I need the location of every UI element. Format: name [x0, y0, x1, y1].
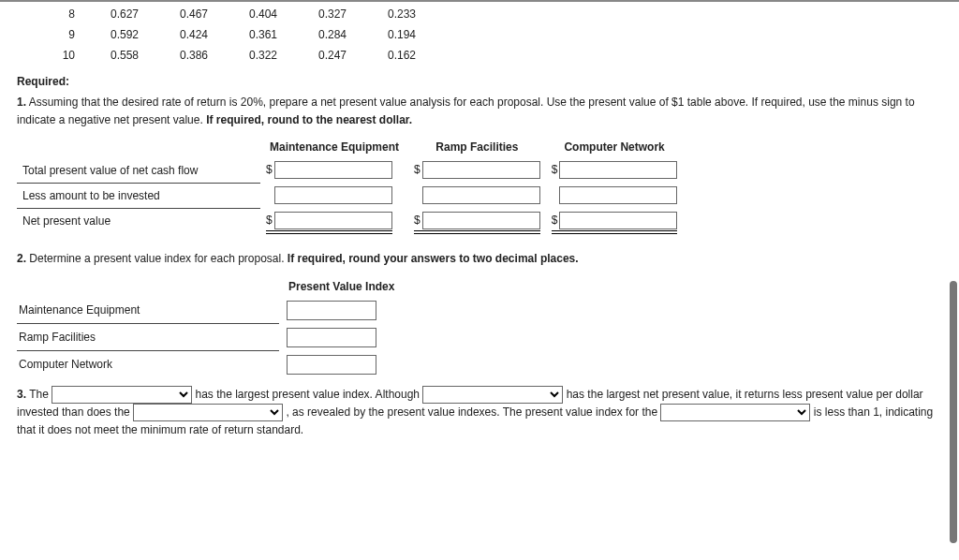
npv-row-label: Net present value	[17, 208, 260, 233]
npv-input-net-maintenance[interactable]	[274, 212, 392, 229]
dollar-sign: $	[266, 214, 273, 227]
pvi-row: Computer Network	[17, 351, 404, 378]
npv-row-label: Total present value of net cash flow	[17, 157, 260, 183]
q1-bold: If required, round to the nearest dollar…	[206, 113, 412, 126]
pv-of-one-dollar-table: 8 0.627 0.467 0.404 0.327 0.233 9 0.592 …	[17, 4, 436, 66]
q3-select-2[interactable]	[422, 386, 563, 404]
q1-body: Assuming that the desired rate of return…	[17, 96, 915, 126]
pv-cell: 0.322	[229, 45, 298, 66]
q3-select-1[interactable]	[52, 386, 192, 404]
table-row: 10 0.558 0.386 0.322 0.247 0.162	[17, 45, 436, 66]
pvi-input-maintenance[interactable]	[287, 301, 376, 320]
q3-select-3[interactable]	[133, 404, 283, 421]
table-row: 9 0.592 0.424 0.361 0.284 0.194	[17, 24, 436, 45]
pv-cell: 0.558	[90, 45, 159, 66]
pvi-row: Maintenance Equipment	[17, 297, 404, 324]
npv-input-less-ramp[interactable]	[422, 186, 540, 204]
pvi-col-header: Present Value Index	[279, 276, 404, 297]
npv-input-total-computer[interactable]	[559, 161, 677, 179]
npv-row-total-pv: Total present value of net cash flow $ $…	[17, 157, 683, 183]
dollar-sign: $	[552, 214, 558, 227]
vertical-scrollbar[interactable]	[950, 6, 957, 554]
pvi-row: Ramp Facilities	[17, 324, 404, 351]
npv-input-net-computer[interactable]	[559, 212, 677, 229]
q3-number: 3.	[17, 388, 26, 401]
pv-cell: 0.162	[367, 45, 436, 66]
pv-cell: 0.467	[159, 4, 229, 24]
content-frame: 8 0.627 0.467 0.404 0.327 0.233 9 0.592 …	[0, 0, 959, 558]
npv-header-row: Maintenance Equipment Ramp Facilities Co…	[17, 137, 683, 157]
pv-cell: 0.284	[298, 24, 367, 45]
pvi-row-label: Ramp Facilities	[17, 324, 279, 351]
q2-body: Determine a present value index for each…	[26, 252, 288, 265]
pv-cell: 0.386	[159, 45, 229, 66]
npv-row-label: Less amount to be invested	[17, 183, 260, 208]
npv-input-total-ramp[interactable]	[422, 161, 540, 179]
pv-cell: 0.627	[90, 4, 159, 24]
pv-cell: 0.194	[367, 24, 436, 45]
pvi-input-computer[interactable]	[287, 355, 376, 375]
npv-input-net-ramp[interactable]	[422, 212, 540, 229]
pv-cell: 0.424	[159, 24, 229, 45]
dollar-sign: $	[414, 214, 420, 227]
npv-analysis-area: Maintenance Equipment Ramp Facilities Co…	[17, 137, 942, 233]
pv-n: 9	[17, 24, 90, 45]
q2-bold: If required, round your answers to two d…	[288, 252, 579, 265]
pv-cell: 0.361	[229, 24, 298, 45]
q3-frag: has the largest present value index. Alt…	[196, 388, 423, 401]
npv-row-net: Net present value $ $ $	[17, 208, 683, 233]
pv-cell: 0.327	[298, 4, 367, 24]
dollar-sign: $	[414, 163, 420, 176]
q2-number: 2.	[17, 252, 26, 265]
pv-n: 10	[17, 45, 90, 66]
scrollbar-thumb[interactable]	[950, 281, 957, 543]
npv-row-less-invested: Less amount to be invested $ $ $	[17, 183, 683, 208]
pv-cell: 0.592	[90, 24, 159, 45]
pvi-row-label: Computer Network	[17, 351, 279, 378]
npv-col-header-maintenance: Maintenance Equipment	[260, 137, 408, 157]
npv-input-less-maintenance[interactable]	[274, 186, 392, 204]
q1-number: 1.	[17, 96, 26, 109]
pvi-input-ramp[interactable]	[287, 328, 376, 347]
question-3-text: 3. The has the largest present value ind…	[17, 386, 942, 440]
npv-input-less-computer[interactable]	[559, 186, 677, 204]
npv-col-header-ramp: Ramp Facilities	[408, 137, 546, 157]
question-1-text: 1. Assuming that the desired rate of ret…	[17, 94, 942, 129]
dollar-sign: $	[266, 163, 273, 176]
required-heading: Required:	[17, 75, 942, 88]
dollar-sign: $	[552, 163, 558, 176]
pvi-header-row: Present Value Index	[17, 276, 404, 297]
npv-table: Maintenance Equipment Ramp Facilities Co…	[17, 137, 683, 233]
table-row: 8 0.627 0.467 0.404 0.327 0.233	[17, 4, 436, 24]
question-2-text: 2. Determine a present value index for e…	[17, 250, 942, 268]
npv-input-total-maintenance[interactable]	[274, 161, 392, 179]
pv-cell: 0.233	[367, 4, 436, 24]
npv-col-header-computer: Computer Network	[546, 137, 684, 157]
pvi-table: Present Value Index Maintenance Equipmen…	[17, 276, 404, 378]
pv-n: 8	[17, 4, 90, 24]
pv-cell: 0.247	[298, 45, 367, 66]
pv-cell: 0.404	[229, 4, 298, 24]
q3-select-4[interactable]	[660, 404, 810, 421]
pvi-row-label: Maintenance Equipment	[17, 297, 279, 324]
q3-frag: The	[26, 388, 52, 401]
q3-frag: , as revealed by the present value index…	[286, 405, 660, 419]
